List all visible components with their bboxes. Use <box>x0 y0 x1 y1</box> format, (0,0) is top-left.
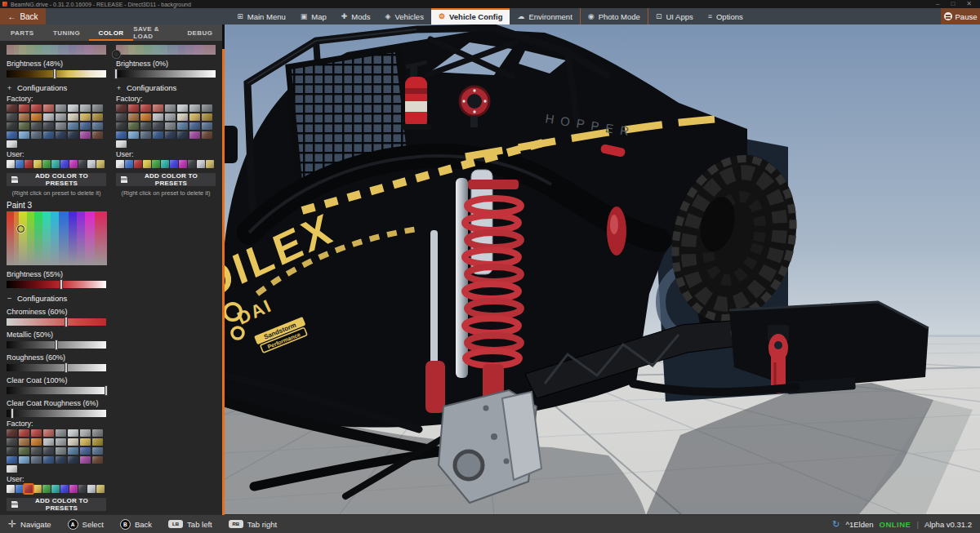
color-swatch[interactable] <box>202 113 212 121</box>
slider-handle[interactable] <box>60 279 63 290</box>
paint3-color-picker[interactable] <box>7 211 107 265</box>
slider-track[interactable] <box>7 318 106 326</box>
paint-picker-cropped[interactable] <box>116 45 216 55</box>
back-button[interactable]: ← Back <box>0 8 46 24</box>
color-swatch[interactable] <box>153 122 163 130</box>
slider-track[interactable] <box>7 281 106 288</box>
color-swatch[interactable] <box>92 429 103 437</box>
color-swatch[interactable] <box>140 104 151 112</box>
color-swatch[interactable] <box>179 160 187 168</box>
color-swatch[interactable] <box>80 429 91 437</box>
color-swatch[interactable] <box>19 104 29 112</box>
color-swatch[interactable] <box>128 122 139 130</box>
color-swatch[interactable] <box>51 485 60 493</box>
scroll-indicator[interactable] <box>222 49 225 515</box>
color-swatch[interactable] <box>92 104 103 112</box>
close-button[interactable]: ✕ <box>966 1 972 7</box>
picker-cursor[interactable] <box>17 225 24 233</box>
color-swatch[interactable] <box>42 485 51 493</box>
color-swatch[interactable] <box>92 456 103 464</box>
menu-item-options[interactable]: ≡Options <box>701 8 751 24</box>
color-swatch[interactable] <box>152 160 160 168</box>
color-swatch[interactable] <box>60 160 69 168</box>
color-swatch[interactable] <box>68 429 78 437</box>
color-swatch[interactable] <box>7 122 17 130</box>
slider-track[interactable] <box>7 70 106 78</box>
color-swatch[interactable] <box>19 113 29 121</box>
color-swatch[interactable] <box>140 122 151 130</box>
color-swatch[interactable] <box>116 131 127 139</box>
color-swatch[interactable] <box>165 113 176 121</box>
color-swatch[interactable] <box>206 160 214 168</box>
configurations-toggle[interactable]: +Configurations <box>116 83 216 92</box>
color-swatch[interactable] <box>128 104 139 112</box>
color-swatch[interactable] <box>19 429 29 437</box>
color-swatch[interactable] <box>80 456 91 464</box>
paint-picker-cropped[interactable] <box>7 45 106 55</box>
color-swatch[interactable] <box>31 429 42 437</box>
slider-handle[interactable] <box>65 317 68 327</box>
color-swatch[interactable] <box>7 113 17 121</box>
color-swatch[interactable] <box>56 104 66 112</box>
color-swatch[interactable] <box>177 131 188 139</box>
3d-viewport[interactable]: OILEX DAI Sandstorm Performance HOPPER <box>225 24 980 515</box>
color-swatch[interactable] <box>68 438 78 446</box>
color-swatch[interactable] <box>92 122 103 130</box>
color-swatch[interactable] <box>202 122 212 130</box>
color-swatch[interactable] <box>43 104 54 112</box>
color-swatch[interactable] <box>43 113 54 121</box>
menu-item-main-menu[interactable]: ⊞Main Menu <box>229 8 293 24</box>
color-swatch[interactable] <box>87 160 96 168</box>
color-swatch[interactable] <box>165 131 176 139</box>
color-swatch[interactable] <box>197 160 205 168</box>
slider-track[interactable] <box>7 341 106 349</box>
color-swatch[interactable] <box>170 160 178 168</box>
color-swatch[interactable] <box>24 485 33 493</box>
color-swatch[interactable] <box>68 456 78 464</box>
color-swatch[interactable] <box>7 485 15 493</box>
color-swatch[interactable] <box>43 447 54 455</box>
menu-item-vehicle-config[interactable]: ⚙Vehicle Config <box>431 8 510 24</box>
color-swatch[interactable] <box>161 160 169 168</box>
color-swatch[interactable] <box>80 447 91 455</box>
color-swatch[interactable] <box>31 104 42 112</box>
color-swatch[interactable] <box>56 447 66 455</box>
color-swatch[interactable] <box>56 429 66 437</box>
slider-handle[interactable] <box>65 362 68 373</box>
tab-debug[interactable]: DEBUG <box>178 24 222 41</box>
paint3-configurations-toggle[interactable]: − Configurations <box>7 294 106 303</box>
menu-item-mods[interactable]: ✚Mods <box>334 8 378 24</box>
color-swatch[interactable] <box>128 113 139 121</box>
add-color-to-presets-button[interactable]: ADD COLOR TO PRESETS <box>7 173 106 186</box>
color-swatch[interactable] <box>189 113 200 121</box>
color-swatch[interactable] <box>80 122 91 130</box>
configurations-toggle[interactable]: +Configurations <box>7 83 106 92</box>
color-swatch[interactable] <box>116 160 124 168</box>
color-swatch[interactable] <box>56 122 66 130</box>
color-swatch[interactable] <box>60 485 69 493</box>
tab-tuning[interactable]: TUNING <box>44 24 88 41</box>
color-swatch[interactable] <box>7 160 15 168</box>
color-swatch[interactable] <box>19 131 29 139</box>
slider-handle[interactable] <box>53 69 56 79</box>
color-swatch[interactable] <box>69 160 78 168</box>
color-swatch[interactable] <box>33 160 42 168</box>
color-swatch[interactable] <box>31 131 42 139</box>
slider-handle[interactable] <box>114 69 118 79</box>
color-swatch[interactable] <box>31 438 42 446</box>
color-swatch[interactable] <box>42 160 51 168</box>
color-swatch[interactable] <box>31 122 42 130</box>
add-color-to-presets-button[interactable]: ADD COLOR TO PRESETS <box>7 498 106 511</box>
color-swatch[interactable] <box>78 485 87 493</box>
color-swatch[interactable] <box>116 113 127 121</box>
color-swatch[interactable] <box>43 122 54 130</box>
color-swatch[interactable] <box>7 104 17 112</box>
color-swatch[interactable] <box>56 456 66 464</box>
color-swatch[interactable] <box>80 131 91 139</box>
menu-item-vehicles[interactable]: ◈Vehicles <box>378 8 431 24</box>
color-swatch[interactable] <box>43 131 54 139</box>
slider-track[interactable] <box>7 387 106 394</box>
slider-track[interactable] <box>7 364 106 371</box>
color-swatch[interactable] <box>189 131 200 139</box>
slider-handle[interactable] <box>55 340 58 350</box>
